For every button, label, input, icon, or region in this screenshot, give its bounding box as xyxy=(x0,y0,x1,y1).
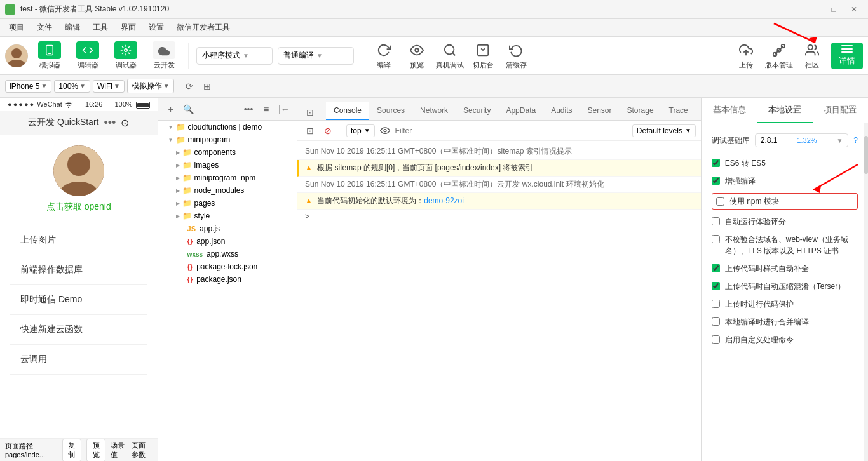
levels-select[interactable]: Default levels ▼ xyxy=(632,124,696,137)
cloud-button[interactable]: 云开发 xyxy=(147,40,180,72)
network-select[interactable]: WiFi ▼ xyxy=(93,80,125,93)
svg-line-17 xyxy=(774,23,815,43)
file-item-appjs[interactable]: JS app.js xyxy=(158,222,297,235)
page-params[interactable]: 页面参数 xyxy=(132,441,153,460)
context-select[interactable]: top ▼ xyxy=(346,124,375,137)
code-protect-checkbox[interactable] xyxy=(712,300,720,308)
npm-checkbox[interactable] xyxy=(716,197,724,206)
maximize-button[interactable]: □ xyxy=(825,3,843,17)
console-dock-button[interactable]: ⊡ xyxy=(302,105,318,120)
upload-button[interactable]: 上传 xyxy=(732,41,760,70)
file-item-miniprogram[interactable]: ▼ 📁 miniprogram xyxy=(158,133,297,146)
tab-appdata[interactable]: AppData xyxy=(498,102,543,120)
tab-security[interactable]: Security xyxy=(456,102,498,120)
file-item-cloudfunctions[interactable]: ▼ 📁 cloudfunctions | demo xyxy=(158,121,297,133)
console-pin-button[interactable]: ⊡ xyxy=(302,123,318,138)
recompile-button[interactable]: 编译 xyxy=(370,41,398,70)
filter-input[interactable] xyxy=(395,126,627,135)
phone-menu-function[interactable]: 快速新建云函数 xyxy=(10,315,147,345)
tab-project-config[interactable]: 项目配置 xyxy=(813,98,868,123)
file-item-appjson[interactable]: {} app.json xyxy=(158,235,297,248)
mode-select[interactable]: 小程序模式 ▼ xyxy=(196,47,273,65)
editor-button[interactable]: 编辑器 xyxy=(71,40,104,72)
close-button[interactable]: ✕ xyxy=(845,3,863,17)
phone-more-icon[interactable]: ••• xyxy=(104,116,116,130)
menu-wechat[interactable]: 微信开发者工具 xyxy=(170,20,236,36)
file-item-miniprogram-npm[interactable]: ▶ 📁 miniprogram_npm xyxy=(158,171,297,184)
menu-settings[interactable]: 设置 xyxy=(142,20,170,36)
cut-button[interactable]: 切后台 xyxy=(469,41,497,70)
cloud-icon xyxy=(153,41,175,59)
real-debug-label: 真机调试 xyxy=(436,60,464,70)
zoom-value: 100% xyxy=(58,82,78,91)
local-merge-checkbox[interactable] xyxy=(712,317,720,326)
file-item-pages[interactable]: ▶ 📁 pages xyxy=(158,197,297,210)
menu-edit[interactable]: 编辑 xyxy=(58,20,86,36)
community-button[interactable]: 社区 xyxy=(798,41,826,70)
version-label: 版本管理 xyxy=(765,60,793,70)
no-verify-checkbox[interactable] xyxy=(712,235,720,243)
version-button[interactable]: 版本管理 xyxy=(765,41,793,70)
tab-network[interactable]: Network xyxy=(412,102,456,120)
phone-menu-upload[interactable]: 上传图片 xyxy=(10,225,147,255)
clear-button[interactable]: 清缓存 xyxy=(502,41,530,70)
phone-menu-database[interactable]: 前端操作数据库 xyxy=(10,255,147,285)
tab-trace[interactable]: Trace xyxy=(661,102,696,120)
scene-value[interactable]: 场景值 xyxy=(111,441,126,460)
file-item-style[interactable]: ▶ 📁 style xyxy=(158,210,297,222)
device-select[interactable]: iPhone 5 ▼ xyxy=(5,80,51,93)
phone-menu-im[interactable]: 即时通信 Demo xyxy=(10,285,147,315)
copy-button[interactable]: 复制 xyxy=(62,439,81,462)
menu-interface[interactable]: 界面 xyxy=(114,20,142,36)
menu-file[interactable]: 文件 xyxy=(31,20,58,36)
code-protect-row: 上传时进行代码保护 xyxy=(712,298,858,310)
detail-button[interactable]: 详情 xyxy=(831,43,863,69)
auto-style-checkbox[interactable] xyxy=(712,264,720,272)
real-debug-button[interactable]: 真机调试 xyxy=(436,41,464,70)
tab-storage[interactable]: Storage xyxy=(620,102,661,120)
more-file-button[interactable]: ••• xyxy=(241,102,256,117)
preview-path-button[interactable]: 预览 xyxy=(86,439,105,462)
file-item-node-modules[interactable]: ▶ 📁 node_modules xyxy=(158,184,297,197)
file-item-appwxss[interactable]: wxss app.wxss xyxy=(158,248,297,260)
collapse-button[interactable]: |← xyxy=(276,102,292,117)
svg-rect-20 xyxy=(841,48,853,50)
menu-project[interactable]: 项目 xyxy=(3,20,31,36)
file-item-images[interactable]: ▶ 📁 images xyxy=(158,159,297,171)
phone-menu-cloud-call[interactable]: 云调用 xyxy=(10,345,147,375)
compile-select[interactable]: 普通编译 ▼ xyxy=(278,47,354,65)
auto-minify-checkbox[interactable] xyxy=(712,282,720,290)
auto-score-checkbox[interactable] xyxy=(712,217,720,225)
menu-tools[interactable]: 工具 xyxy=(86,20,114,36)
file-item-packagejson[interactable]: {} package.json xyxy=(158,273,297,286)
debug-lib-select[interactable]: 2.8.1 1.32% ▼ xyxy=(755,133,849,147)
file-item-packagelock[interactable]: {} package-lock.json xyxy=(158,260,297,273)
tab-sources[interactable]: Sources xyxy=(369,102,412,120)
simulator-button[interactable]: 模拟器 xyxy=(33,40,66,72)
fit-button[interactable]: ⊞ xyxy=(200,79,215,94)
eye-button[interactable] xyxy=(380,127,390,135)
search-file-button[interactable]: 🔍 xyxy=(181,102,196,117)
tab-console[interactable]: Console xyxy=(326,102,369,120)
custom-handler-checkbox[interactable] xyxy=(712,335,720,344)
zoom-select[interactable]: 100% ▼ xyxy=(54,80,90,93)
openid-link[interactable]: 点击获取 openid xyxy=(10,201,147,213)
file-item-components[interactable]: ▶ 📁 components xyxy=(158,146,297,159)
action-select[interactable]: 模拟操作 ▼ xyxy=(127,79,174,93)
minimize-button[interactable]: — xyxy=(804,3,822,17)
tab-audits[interactable]: Audits xyxy=(543,102,580,120)
tab-local-settings[interactable]: 本地设置 xyxy=(757,98,812,123)
user-avatar[interactable] xyxy=(5,44,28,67)
preview-button[interactable]: 预览 xyxy=(403,41,431,70)
app-icon xyxy=(5,4,15,15)
rotate-button[interactable]: ⟳ xyxy=(182,79,197,94)
console-block-button[interactable]: ⊘ xyxy=(320,123,336,138)
new-file-button[interactable]: + xyxy=(163,102,179,117)
help-icon[interactable]: ? xyxy=(853,136,858,145)
tab-basic-info[interactable]: 基本信息 xyxy=(702,98,757,123)
filter-file-button[interactable]: ≡ xyxy=(259,102,274,117)
es6-checkbox[interactable] xyxy=(712,159,720,167)
tab-sensor[interactable]: Sensor xyxy=(580,102,620,120)
enhanced-checkbox[interactable] xyxy=(712,177,720,185)
debugger-button[interactable]: 调试器 xyxy=(109,40,142,72)
